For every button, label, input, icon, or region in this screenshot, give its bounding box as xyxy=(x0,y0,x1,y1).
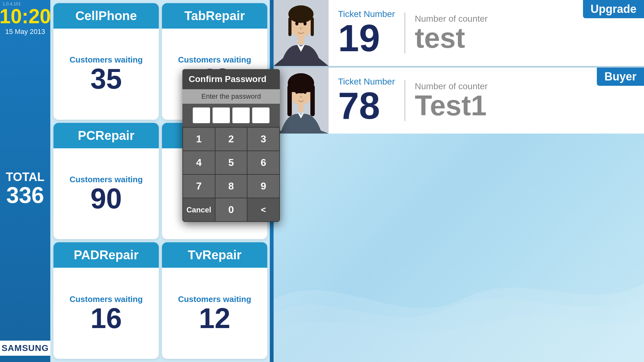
pcrepair-body: Customers waiting 90 xyxy=(66,148,146,239)
cellphone-header: CellPhone xyxy=(53,3,159,29)
total-label: TOTAL xyxy=(6,170,44,184)
numpad-1[interactable]: 1 xyxy=(183,128,215,151)
pcrepair-name: PCRepair xyxy=(78,129,134,142)
cellphone-waiting-count: 35 xyxy=(90,65,122,93)
padrepair-name: PADRepair xyxy=(74,248,139,262)
svg-point-16 xyxy=(295,90,298,94)
svg-point-7 xyxy=(303,22,307,25)
samsung-logo: SAMSUNG xyxy=(0,341,54,356)
svg-rect-4 xyxy=(311,17,314,36)
service-card-tvrepair[interactable]: TvRepair Customers waiting 12 xyxy=(162,242,267,359)
pin-box-1 xyxy=(193,107,210,123)
pcrepair-header: PCRepair xyxy=(53,123,159,148)
agent2-title: Buyer xyxy=(597,68,644,86)
modal-title: Confirm Password xyxy=(182,69,280,89)
tabrepair-name: TabRepair xyxy=(184,9,245,23)
agent2-ticket-number: 78 xyxy=(338,87,380,124)
cellphone-body: Customers waiting 35 xyxy=(66,29,146,120)
svg-point-8 xyxy=(300,27,302,29)
agent-card-2: Buyer xyxy=(274,68,644,134)
total-number: 336 xyxy=(6,184,44,206)
tabrepair-header: TabRepair xyxy=(162,3,267,29)
agent2-counter-value: Test1 xyxy=(415,91,486,120)
agent2-ticket-section: Ticket Number 78 xyxy=(338,77,395,124)
padrepair-body: Customers waiting 16 xyxy=(66,268,146,359)
agent2-divider xyxy=(404,80,405,121)
numpad-cancel[interactable]: Cancel xyxy=(183,198,215,221)
numpad-5[interactable]: 5 xyxy=(215,151,247,174)
svg-rect-5 xyxy=(298,36,304,44)
numpad-6[interactable]: 6 xyxy=(247,151,279,174)
agent1-avatar-icon xyxy=(274,0,329,66)
total-section: TOTAL 336 xyxy=(6,170,44,206)
svg-point-2 xyxy=(288,5,314,23)
numpad-9[interactable]: 9 xyxy=(247,175,279,198)
agent2-photo xyxy=(274,68,329,134)
pin-box-2 xyxy=(213,107,230,123)
tvrepair-header: TvRepair xyxy=(162,242,267,268)
numpad-0[interactable]: 0 xyxy=(215,198,247,221)
numpad-backspace[interactable]: < xyxy=(247,198,279,221)
numpad-3[interactable]: 3 xyxy=(247,128,279,151)
service-card-pcrepair[interactable]: PCRepair Customers waiting 90 xyxy=(53,123,159,239)
agent1-ticket-section: Ticket Number 19 xyxy=(338,9,395,57)
service-card-cellphone[interactable]: CellPhone Customers waiting 35 xyxy=(53,3,159,120)
modal-hint: Enter the password xyxy=(182,89,280,104)
numpad-2[interactable]: 2 xyxy=(215,128,247,151)
sidebar: 1.0.4.101 10:20 15 May 2013 TOTAL 336 SA… xyxy=(0,0,50,362)
agent1-title: Upgrade xyxy=(583,0,644,18)
svg-rect-15 xyxy=(298,104,303,112)
password-modal: Confirm Password Enter the password 1 2 … xyxy=(182,69,280,222)
time-display: 10:20 xyxy=(0,6,51,26)
service-card-padrepair[interactable]: PADRepair Customers waiting 16 xyxy=(53,242,159,359)
tvrepair-body: Customers waiting 12 xyxy=(175,268,254,359)
right-panel: Upgrade xyxy=(274,0,644,362)
padrepair-waiting-count: 16 xyxy=(90,304,122,332)
agent1-counter-section: Number of counter test xyxy=(415,14,488,52)
date-display: 15 May 2013 xyxy=(0,28,51,36)
agent1-divider xyxy=(404,13,405,53)
agent1-photo xyxy=(274,0,329,66)
agent2-avatar-icon xyxy=(274,68,329,134)
pcrepair-waiting-count: 90 xyxy=(90,184,122,213)
pin-box-3 xyxy=(232,107,250,123)
cellphone-name: CellPhone xyxy=(75,9,137,23)
numpad-8[interactable]: 8 xyxy=(215,175,247,198)
svg-rect-3 xyxy=(288,17,291,36)
wave-decoration xyxy=(274,236,644,362)
agent-card-1: Upgrade xyxy=(274,0,644,66)
numpad-7[interactable]: 7 xyxy=(183,175,215,198)
agent1-counter-value: test xyxy=(415,24,465,52)
agent2-counter-section: Number of counter Test1 xyxy=(415,81,488,120)
pin-box-4 xyxy=(252,107,269,123)
numpad: 1 2 3 4 5 6 7 8 9 Cancel 0 < xyxy=(182,127,280,222)
svg-point-17 xyxy=(303,90,307,94)
tvrepair-name: TvRepair xyxy=(188,248,242,262)
padrepair-header: PADRepair xyxy=(53,242,159,268)
version-text: 1.0.4.101 xyxy=(3,1,21,6)
svg-point-22 xyxy=(300,96,302,98)
svg-point-6 xyxy=(295,22,298,25)
agent1-ticket-number: 19 xyxy=(338,19,380,57)
pin-display xyxy=(182,104,280,127)
sidebar-top: 10:20 15 May 2013 xyxy=(0,3,51,36)
tvrepair-waiting-count: 12 xyxy=(199,304,230,332)
numpad-4[interactable]: 4 xyxy=(183,151,215,174)
svg-rect-14 xyxy=(289,90,313,92)
